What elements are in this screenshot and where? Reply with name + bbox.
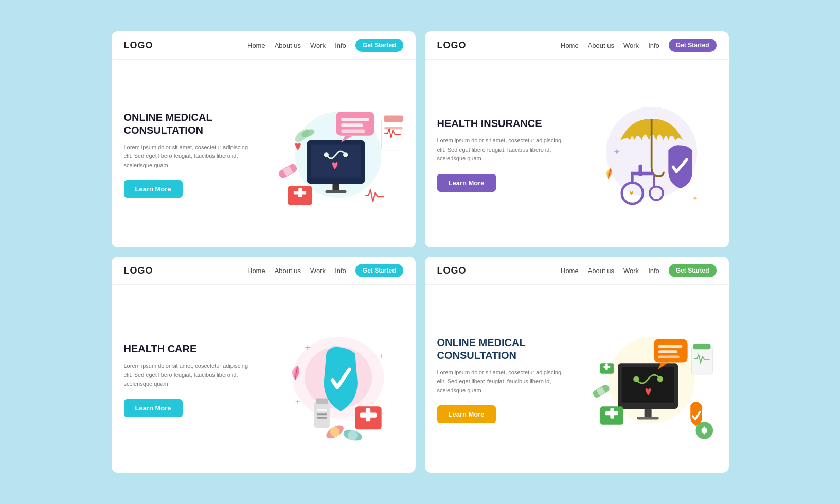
medical-consultation-2-svg	[563, 303, 717, 457]
card-title-1: ONLINE MEDICAL CONSULTATION	[124, 111, 249, 137]
card-health-insurance: LOGO Home About us Work Info Get Started…	[425, 31, 729, 247]
get-started-btn-4[interactable]: Get Started	[669, 264, 717, 277]
card-medical-consultation: LOGO Home About us Work Info Get Started…	[112, 31, 416, 247]
svg-rect-9	[341, 118, 369, 121]
main-grid: LOGO Home About us Work Info Get Started…	[112, 31, 729, 473]
card-illustration-2: ✦ ✦	[563, 72, 717, 237]
svg-rect-61	[658, 350, 677, 353]
nav-info-3[interactable]: Info	[335, 267, 346, 275]
nav-home-4[interactable]: Home	[561, 267, 579, 275]
nav-home-2[interactable]: Home	[561, 42, 579, 49]
card-desc-3: Lorem ipsum dolor sit amet, cosectetur a…	[124, 362, 249, 389]
card-illustration-3: + + +	[249, 297, 403, 462]
nav-info-2[interactable]: Info	[648, 42, 659, 49]
card-desc-4: Lorem ipsum dolor sit amet, cosectetur a…	[437, 368, 563, 395]
svg-rect-40	[317, 408, 327, 411]
svg-rect-13	[384, 115, 403, 122]
get-started-btn-1[interactable]: Get Started	[355, 39, 403, 52]
card-health-care: LOGO Home About us Work Info Get Started…	[112, 257, 416, 473]
svg-point-3	[324, 152, 329, 157]
svg-rect-62	[658, 355, 680, 358]
svg-rect-67	[610, 408, 614, 419]
card-body-1: ONLINE MEDICAL CONSULTATION Lorem ipsum …	[112, 60, 416, 247]
navbar-2: LOGO Home About us Work Info Get Started	[425, 31, 729, 60]
svg-rect-14	[384, 127, 402, 129]
svg-rect-41	[317, 413, 327, 415]
svg-text:+: +	[305, 341, 311, 353]
nav-work-2[interactable]: Work	[623, 42, 639, 49]
card-content-4: ONLINE MEDICAL CONSULTATION Lorem ipsum …	[437, 297, 563, 462]
card-content-2: HEALTH INSURANCE Lorem ipsum dolor sit a…	[437, 72, 563, 237]
svg-rect-2	[311, 144, 361, 177]
nav-links-1: Home About us Work Info Get Started	[247, 39, 403, 52]
svg-rect-42	[317, 417, 327, 418]
navbar-1: LOGO Home About us Work Info Get Started	[112, 31, 416, 60]
health-care-svg: + + +	[249, 303, 403, 457]
svg-point-55	[657, 376, 663, 382]
logo-4: LOGO	[437, 265, 467, 276]
svg-rect-49	[366, 408, 370, 421]
card-illustration-4	[563, 297, 717, 462]
nav-work-1[interactable]: Work	[310, 42, 326, 49]
card-body-2: HEALTH INSURANCE Lorem ipsum dolor sit a…	[425, 60, 729, 247]
svg-point-54	[633, 376, 639, 382]
card-medical-consultation-2: LOGO Home About us Work Info Get Started…	[425, 257, 729, 473]
nav-aboutus-4[interactable]: About us	[588, 267, 614, 275]
svg-rect-6	[325, 190, 346, 193]
card-illustration-1	[249, 72, 403, 237]
nav-links-2: Home About us Work Info Get Started	[561, 39, 717, 52]
svg-rect-39	[316, 398, 328, 404]
nav-links-3: Home About us Work Info Get Started	[247, 264, 403, 277]
card-content-1: ONLINE MEDICAL CONSULTATION Lorem ipsum …	[124, 72, 249, 237]
learn-more-btn-2[interactable]: Learn More	[437, 174, 496, 192]
svg-rect-60	[658, 345, 683, 348]
svg-rect-11	[341, 129, 365, 133]
nav-info-1[interactable]: Info	[335, 42, 346, 49]
nav-home-3[interactable]: Home	[247, 267, 265, 275]
svg-text:+: +	[295, 396, 300, 406]
card-title-2: HEALTH INSURANCE	[437, 117, 563, 130]
svg-rect-27	[638, 164, 642, 176]
svg-rect-10	[341, 123, 363, 127]
svg-rect-75	[605, 363, 608, 370]
logo-3: LOGO	[124, 265, 153, 276]
medical-consultation-svg	[249, 78, 403, 232]
nav-home-1[interactable]: Home	[247, 42, 265, 49]
navbar-4: LOGO Home About us Work Info Get Started	[425, 257, 729, 285]
navbar-3: LOGO Home About us Work Info Get Started	[112, 257, 416, 285]
svg-rect-72	[703, 426, 705, 434]
svg-rect-26	[632, 171, 654, 175]
svg-rect-57	[637, 416, 659, 419]
svg-rect-17	[298, 188, 302, 197]
svg-rect-56	[645, 408, 652, 417]
health-insurance-svg: ✦ ✦	[563, 78, 717, 232]
svg-rect-53	[622, 367, 674, 402]
get-started-btn-3[interactable]: Get Started	[355, 264, 403, 277]
svg-text:✦: ✦	[613, 147, 620, 157]
svg-rect-64	[693, 344, 711, 349]
learn-more-btn-3[interactable]: Learn More	[124, 399, 183, 417]
svg-point-4	[343, 152, 348, 157]
nav-work-3[interactable]: Work	[310, 267, 326, 275]
svg-rect-5	[332, 183, 339, 191]
get-started-btn-2[interactable]: Get Started	[669, 39, 717, 52]
nav-aboutus-2[interactable]: About us	[588, 42, 614, 49]
nav-info-4[interactable]: Info	[648, 267, 659, 275]
card-desc-2: Lorem ipsum dolor sit amet, cosectetur a…	[437, 136, 563, 164]
card-title-3: HEALTH CARE	[124, 343, 249, 355]
nav-aboutus-1[interactable]: About us	[275, 42, 301, 49]
learn-more-btn-1[interactable]: Learn More	[124, 180, 183, 198]
svg-text:+: +	[379, 351, 384, 360]
logo-1: LOGO	[124, 40, 153, 51]
logo-2: LOGO	[437, 40, 467, 51]
card-body-4: ONLINE MEDICAL CONSULTATION Lorem ipsum …	[425, 285, 729, 473]
learn-more-btn-4[interactable]: Learn More	[437, 405, 496, 423]
nav-work-4[interactable]: Work	[623, 267, 639, 275]
card-title-4: ONLINE MEDICAL CONSULTATION	[437, 336, 563, 362]
svg-rect-63	[691, 346, 712, 374]
card-content-3: HEALTH CARE Lorem ipsum dolor sit amet, …	[124, 297, 249, 462]
card-desc-1: Lorem ipsum dolor sit amet, cosectetur a…	[124, 143, 249, 170]
nav-links-4: Home About us Work Info Get Started	[561, 264, 717, 277]
card-body-3: HEALTH CARE Lorem ipsum dolor sit amet, …	[112, 285, 416, 473]
nav-aboutus-3[interactable]: About us	[275, 267, 301, 275]
